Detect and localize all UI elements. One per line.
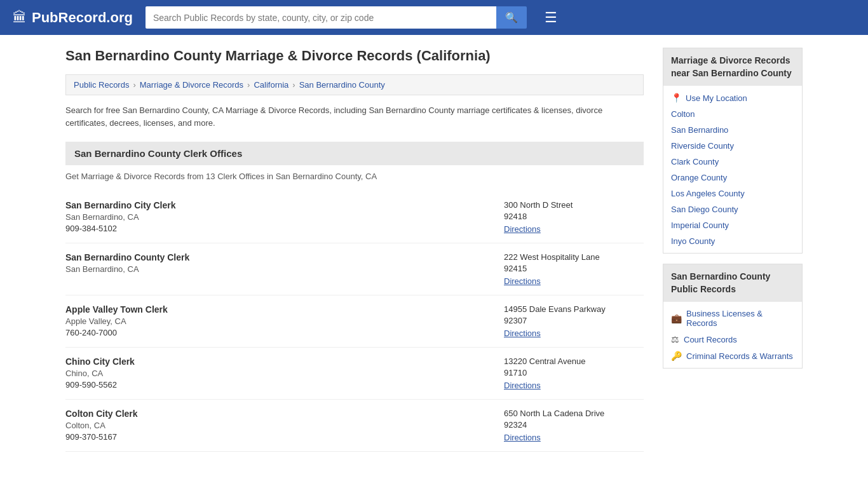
content-area: San Bernardino County Marriage & Divorce…: [65, 48, 644, 452]
breadcrumb-sep-1: ›: [133, 80, 135, 90]
nearby-clark[interactable]: Clark County: [671, 157, 719, 166]
clerk-street: 300 North D Street: [504, 200, 644, 210]
logo-icon: 🏛: [13, 10, 27, 26]
business-licenses-link[interactable]: Business Licenses & Records: [686, 309, 794, 328]
nearby-box: Marriage & Divorce Records near San Bern…: [663, 48, 803, 254]
clerk-zip: 92324: [504, 420, 644, 430]
clerk-street: 650 North La Cadena Drive: [504, 409, 644, 418]
site-header: 🏛 PubRecord.org 🔍 ☰: [0, 0, 868, 35]
list-item[interactable]: San Diego County: [663, 201, 802, 217]
breadcrumb-sep-3: ›: [292, 80, 295, 90]
clerk-info: San Bernardino City Clerk San Bernardino…: [65, 200, 176, 234]
clerk-name: Apple Valley Town Clerk: [65, 304, 168, 315]
clerk-zip: 92307: [504, 316, 644, 325]
clerk-address-block: 650 North La Cadena Drive 92324 Directio…: [504, 409, 644, 442]
clerk-city: San Bernardino, CA: [65, 264, 189, 274]
sidebar: Marriage & Divorce Records near San Bern…: [663, 48, 803, 452]
table-row: Colton City Clerk Colton, CA 909-370-516…: [65, 400, 644, 452]
clerk-phone: 909-370-5167: [65, 432, 138, 442]
breadcrumb-marriage-records[interactable]: Marriage & Divorce Records: [140, 80, 243, 90]
nearby-san-diego[interactable]: San Diego County: [671, 205, 738, 214]
directions-link[interactable]: Directions: [504, 224, 541, 234]
clerk-phone: 909-590-5562: [65, 380, 135, 390]
clerk-zip: 91710: [504, 368, 644, 377]
nearby-riverside[interactable]: Riverside County: [671, 141, 734, 151]
clerk-list: San Bernardino City Clerk San Bernardino…: [65, 191, 644, 452]
logo-link[interactable]: 🏛 PubRecord.org: [13, 10, 133, 26]
logo-text: PubRecord.org: [32, 10, 133, 26]
list-item[interactable]: Los Angeles County: [663, 186, 802, 201]
clerk-address-block: 13220 Central Avenue 91710 Directions: [504, 356, 644, 390]
clerk-phone: 909-384-5102: [65, 224, 176, 233]
clerk-info: Colton City Clerk Colton, CA 909-370-516…: [65, 409, 138, 442]
section-subheading: Get Marriage & Divorce Records from 13 C…: [65, 172, 644, 181]
clerk-name: San Bernardino City Clerk: [65, 200, 176, 210]
nearby-los-angeles[interactable]: Los Angeles County: [671, 189, 745, 198]
list-item[interactable]: Imperial County: [663, 217, 802, 233]
table-row: San Bernardino City Clerk San Bernardino…: [65, 191, 644, 243]
search-icon: 🔍: [505, 12, 518, 23]
list-item[interactable]: Clark County: [663, 154, 802, 170]
key-icon: 🔑: [671, 351, 682, 361]
use-location-item[interactable]: 📍 Use My Location: [663, 90, 802, 106]
clerk-city: Colton, CA: [65, 421, 138, 430]
clerk-phone: 760-240-7000: [65, 328, 168, 337]
nearby-san-bernardino[interactable]: San Bernardino: [671, 125, 728, 135]
location-pin-icon: 📍: [671, 93, 682, 103]
clerk-name: San Bernardino County Clerk: [65, 252, 189, 262]
nearby-orange[interactable]: Orange County: [671, 173, 727, 182]
clerk-zip: 92418: [504, 212, 644, 221]
search-button[interactable]: 🔍: [496, 6, 527, 29]
nearby-imperial[interactable]: Imperial County: [671, 220, 729, 230]
directions-link[interactable]: Directions: [504, 433, 541, 442]
nearby-colton[interactable]: Colton: [671, 109, 695, 119]
list-item[interactable]: San Bernardino: [663, 122, 802, 138]
list-item[interactable]: 🔑 Criminal Records & Warrants: [663, 348, 802, 364]
clerk-name: Colton City Clerk: [65, 409, 138, 419]
public-records-header: San Bernardino County Public Records: [663, 264, 802, 302]
clerk-address-block: 222 West Hospitality Lane 92415 Directio…: [504, 252, 644, 286]
hamburger-icon: ☰: [545, 10, 557, 25]
clerk-city: San Bernardino, CA: [65, 212, 176, 222]
breadcrumb-san-bernardino[interactable]: San Bernardino County: [299, 80, 385, 90]
breadcrumb-public-records[interactable]: Public Records: [74, 80, 129, 90]
nearby-list: 📍 Use My Location Colton San Bernardino …: [663, 86, 802, 253]
table-row: Apple Valley Town Clerk Apple Valley, CA…: [65, 295, 644, 348]
clerk-street: 13220 Central Avenue: [504, 356, 644, 366]
criminal-records-link[interactable]: Criminal Records & Warrants: [686, 351, 793, 361]
clerk-name: Chino City Clerk: [65, 356, 135, 367]
nearby-inyo[interactable]: Inyo County: [671, 236, 715, 246]
briefcase-icon: 💼: [671, 313, 682, 323]
clerk-info: Chino City Clerk Chino, CA 909-590-5562: [65, 356, 135, 390]
list-item[interactable]: Colton: [663, 106, 802, 122]
list-item[interactable]: 💼 Business Licenses & Records: [663, 306, 802, 331]
scales-icon: ⚖: [671, 334, 679, 344]
page-description: Search for free San Bernardino County, C…: [65, 104, 644, 129]
list-item[interactable]: Orange County: [663, 170, 802, 186]
clerk-city: Apple Valley, CA: [65, 316, 168, 326]
list-item[interactable]: Riverside County: [663, 138, 802, 154]
court-records-link[interactable]: Court Records: [684, 335, 737, 344]
menu-button[interactable]: ☰: [539, 7, 562, 29]
directions-link[interactable]: Directions: [504, 329, 541, 338]
search-bar: 🔍: [146, 6, 527, 29]
clerk-info: Apple Valley Town Clerk Apple Valley, CA…: [65, 304, 168, 338]
clerk-zip: 92415: [504, 264, 644, 273]
clerk-info: San Bernardino County Clerk San Bernardi…: [65, 252, 189, 286]
section-header: San Bernardino County Clerk Offices: [65, 142, 644, 165]
clerk-city: Chino, CA: [65, 369, 135, 378]
public-records-list: 💼 Business Licenses & Records ⚖ Court Re…: [663, 302, 802, 368]
breadcrumb: Public Records › Marriage & Divorce Reco…: [65, 74, 644, 95]
directions-link[interactable]: Directions: [504, 276, 541, 286]
search-input[interactable]: [146, 6, 496, 29]
table-row: Chino City Clerk Chino, CA 909-590-5562 …: [65, 348, 644, 400]
list-item[interactable]: Inyo County: [663, 233, 802, 249]
clerk-street: 14955 Dale Evans Parkway: [504, 304, 644, 314]
list-item[interactable]: ⚖ Court Records: [663, 331, 802, 348]
use-location-label: Use My Location: [686, 93, 747, 103]
public-records-box: San Bernardino County Public Records 💼 B…: [663, 264, 803, 369]
directions-link[interactable]: Directions: [504, 381, 541, 390]
nearby-header: Marriage & Divorce Records near San Bern…: [663, 48, 802, 86]
breadcrumb-california[interactable]: California: [254, 80, 288, 90]
clerk-address-block: 14955 Dale Evans Parkway 92307 Direction…: [504, 304, 644, 338]
